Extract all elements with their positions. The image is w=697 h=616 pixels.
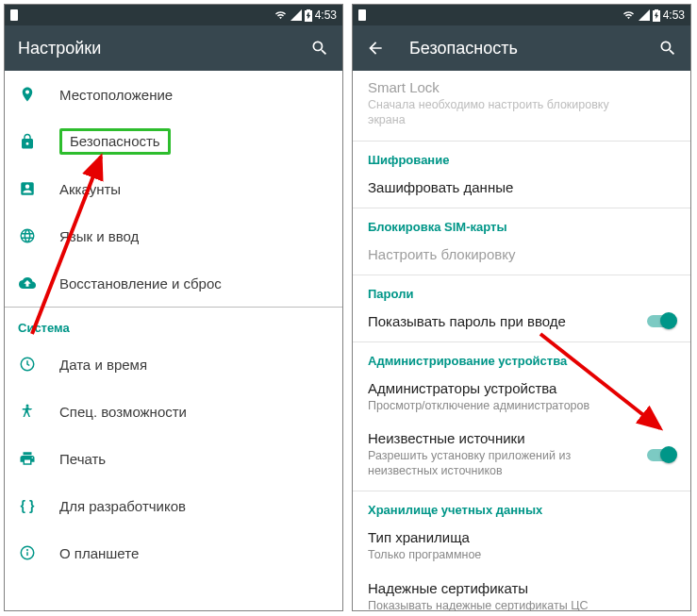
item-language[interactable]: Язык и ввод bbox=[5, 212, 342, 259]
item-location[interactable]: Местоположение bbox=[5, 71, 342, 118]
item-accounts[interactable]: Аккаунты bbox=[5, 165, 342, 212]
pref-title: Администраторы устройства bbox=[368, 380, 675, 396]
item-accessibility[interactable]: Спец. возможности bbox=[5, 388, 342, 435]
item-label: Печать bbox=[59, 451, 106, 467]
globe-icon bbox=[19, 227, 36, 244]
pref-title: Настроить блокировку bbox=[368, 246, 675, 262]
status-time: 4:53 bbox=[663, 8, 685, 22]
pref-subtitle: Разрешить установку приложений из неизве… bbox=[368, 448, 632, 479]
app-bar: Безопасность bbox=[353, 25, 690, 71]
clock-icon bbox=[19, 356, 36, 373]
lock-icon bbox=[19, 133, 36, 150]
info-icon bbox=[19, 544, 36, 561]
item-label: Местоположение bbox=[59, 87, 173, 103]
toggle-unknown-sources[interactable] bbox=[645, 446, 677, 463]
wifi-icon bbox=[622, 9, 636, 21]
item-developer[interactable]: { } Для разработчиков bbox=[5, 482, 342, 529]
card-icon bbox=[358, 9, 366, 21]
wifi-icon bbox=[274, 9, 288, 21]
item-label: Спец. возможности bbox=[59, 404, 187, 420]
header-passwords: Пароли bbox=[353, 275, 690, 305]
item-label: Восстановление и сброс bbox=[59, 275, 222, 291]
backup-icon bbox=[19, 275, 36, 291]
item-label: Аккаунты bbox=[59, 181, 121, 197]
item-label: Язык и ввод bbox=[59, 228, 139, 244]
search-icon bbox=[310, 39, 329, 58]
security-screen: 4:53 Безопасность Smart Lock Сначала нео… bbox=[352, 4, 691, 611]
app-bar: Настройки bbox=[5, 25, 342, 71]
header-admin: Администрирование устройства bbox=[353, 342, 690, 372]
search-icon bbox=[658, 39, 677, 58]
battery-icon bbox=[653, 9, 660, 22]
pref-encrypt[interactable]: Зашифровать данные bbox=[353, 171, 690, 204]
page-title: Безопасность bbox=[409, 39, 634, 58]
accessibility-icon bbox=[19, 403, 36, 420]
item-about[interactable]: О планшете bbox=[5, 529, 342, 576]
pref-unknown-sources[interactable]: Неизвестные источники Разрешить установк… bbox=[353, 422, 690, 488]
pref-title: Зашифровать данные bbox=[368, 179, 675, 195]
item-label: Для разработчиков bbox=[59, 498, 186, 514]
svg-point-5 bbox=[27, 550, 28, 551]
pref-smart-lock: Smart Lock Сначала необходимо настроить … bbox=[353, 71, 690, 137]
account-icon bbox=[19, 180, 36, 197]
svg-rect-6 bbox=[358, 9, 366, 21]
pref-title: Надежные сертификаты bbox=[368, 580, 675, 596]
pref-storage-type[interactable]: Тип хранилища Только программное bbox=[353, 521, 690, 571]
pref-title: Неизвестные источники bbox=[368, 430, 675, 446]
item-print[interactable]: Печать bbox=[5, 435, 342, 482]
settings-list: Местоположение Безопасность Аккаунты Язы… bbox=[5, 71, 342, 610]
pref-subtitle: Просмотр/отключение администраторов bbox=[368, 398, 632, 413]
card-icon bbox=[10, 9, 18, 21]
signal-icon bbox=[639, 9, 650, 21]
item-label: Безопасность bbox=[70, 133, 160, 149]
status-bar: 4:53 bbox=[353, 5, 690, 25]
pref-title: Показывать пароль при вводе bbox=[368, 313, 675, 329]
pref-title: Smart Lock bbox=[368, 79, 675, 95]
back-button[interactable] bbox=[366, 39, 387, 58]
toggle-show-password[interactable] bbox=[645, 312, 677, 329]
header-encryption: Шифрование bbox=[353, 142, 690, 171]
pref-device-admins[interactable]: Администраторы устройства Просмотр/отклю… bbox=[353, 372, 690, 422]
settings-screen: 4:53 Настройки Местоположение Безопаснос… bbox=[4, 4, 343, 611]
status-bar: 4:53 bbox=[5, 5, 342, 25]
search-button[interactable] bbox=[308, 39, 329, 58]
signal-icon bbox=[290, 9, 302, 21]
item-label: Дата и время bbox=[59, 357, 147, 373]
highlight-security: Безопасность bbox=[59, 128, 171, 155]
svg-rect-0 bbox=[10, 9, 18, 21]
status-time: 4:53 bbox=[315, 8, 337, 22]
section-system: Система bbox=[5, 308, 342, 341]
page-title: Настройки bbox=[18, 39, 286, 58]
braces-icon: { } bbox=[18, 498, 37, 513]
header-sim: Блокировка SIM-карты bbox=[353, 208, 690, 238]
battery-icon bbox=[305, 9, 312, 22]
item-backup[interactable]: Восстановление и сброс bbox=[5, 259, 342, 307]
pref-subtitle: Сначала необходимо настроить блокировку … bbox=[368, 97, 632, 128]
location-icon bbox=[19, 86, 36, 103]
pref-trusted-certs[interactable]: Надежные сертификаты Показывать надежные… bbox=[353, 572, 690, 611]
item-datetime[interactable]: Дата и время bbox=[5, 341, 342, 388]
search-button[interactable] bbox=[656, 39, 677, 58]
svg-point-2 bbox=[26, 405, 29, 408]
security-list: Smart Lock Сначала необходимо настроить … bbox=[353, 71, 690, 610]
arrow-back-icon bbox=[366, 39, 385, 58]
pref-sim-lock: Настроить блокировку bbox=[353, 238, 690, 271]
print-icon bbox=[19, 450, 36, 467]
pref-subtitle: Показывать надежные сертификаты ЦС bbox=[368, 598, 632, 611]
pref-subtitle: Только программное bbox=[368, 547, 632, 562]
header-credentials: Хранилище учетных данных bbox=[353, 491, 690, 521]
pref-title: Тип хранилища bbox=[368, 529, 675, 545]
item-security[interactable]: Безопасность bbox=[5, 118, 342, 165]
pref-show-password[interactable]: Показывать пароль при вводе bbox=[353, 305, 690, 338]
item-label: О планшете bbox=[59, 545, 139, 561]
